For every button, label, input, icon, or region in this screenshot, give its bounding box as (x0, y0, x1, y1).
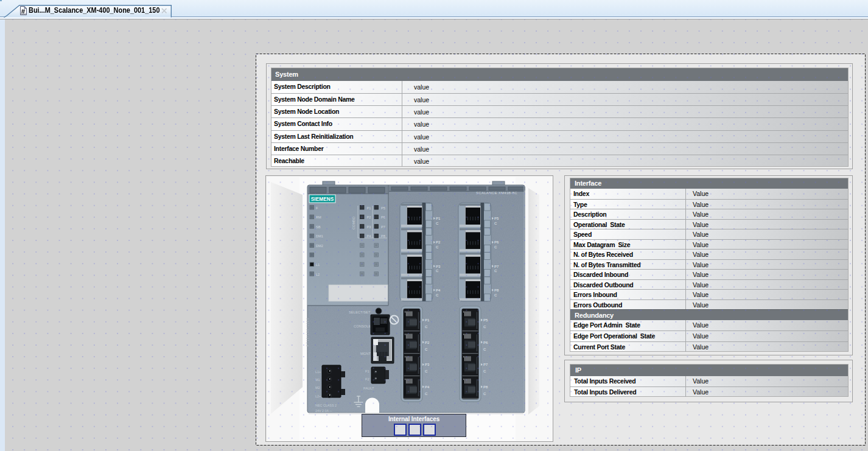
svg-text:SCALANCE XM438-8C: SCALANCE XM438-8C (476, 191, 517, 195)
svg-text:DM1: DM1 (316, 234, 323, 238)
svg-text:P1: P1 (367, 206, 371, 210)
svg-text:P5: P5 (483, 318, 488, 322)
svg-text:P1: P1 (425, 318, 430, 322)
svg-text:C: C (436, 222, 439, 225)
svg-text:C: C (425, 348, 428, 351)
svg-text:F1: F1 (365, 369, 369, 373)
svg-text:C: C (425, 325, 428, 329)
svg-text:P7: P7 (381, 225, 385, 229)
svg-text:P8: P8 (483, 385, 488, 389)
svg-text:C: C (483, 325, 486, 329)
svg-text:C: C (483, 392, 486, 396)
svg-text:M2: M2 (315, 386, 320, 390)
svg-text:P3: P3 (367, 225, 371, 229)
svg-text:P T 1 0 / 1 0 0 / 1 0 0 0: P T 1 0 / 1 0 0 / 1 0 0 0 (306, 318, 309, 346)
svg-text:L1+: L1+ (315, 370, 321, 374)
svg-text:COMBO: COMBO (352, 216, 355, 229)
svg-text:SIEMENS: SIEMENS (311, 197, 334, 202)
svg-text:P5: P5 (381, 206, 385, 210)
svg-text:P4: P4 (367, 234, 371, 238)
svg-text:C: C (483, 369, 486, 373)
svg-text:C: C (436, 245, 439, 249)
svg-text:SB: SB (316, 225, 321, 229)
svg-text:P6: P6 (494, 240, 499, 244)
svg-text:C: C (425, 392, 428, 396)
svg-text:F2: F2 (365, 377, 369, 381)
svg-text:P7: P7 (483, 363, 488, 366)
svg-text:P4: P4 (425, 385, 430, 389)
svg-text:P8: P8 (381, 234, 385, 238)
svg-text:P3: P3 (425, 363, 430, 366)
svg-text:24V 2.0A ⎓: 24V 2.0A ⎓ (315, 409, 332, 413)
svg-text:C: C (494, 293, 497, 297)
svg-text:F: F (316, 206, 318, 210)
svg-text:MGNT: MGNT (360, 352, 371, 355)
svg-text:P6: P6 (381, 215, 385, 219)
svg-text:C: C (483, 348, 486, 351)
svg-text:L1: L1 (316, 263, 320, 267)
svg-text:FAULT: FAULT (363, 386, 374, 390)
svg-text:P1: P1 (436, 217, 441, 220)
svg-text:CONSOLE: CONSOLE (354, 324, 371, 328)
svg-text:P8: P8 (494, 288, 499, 292)
svg-text:DM2: DM2 (316, 244, 323, 248)
svg-text:C: C (425, 369, 428, 373)
svg-text:M1: M1 (315, 378, 320, 382)
svg-text:C: C (494, 222, 497, 225)
svg-text:P5: P5 (494, 217, 499, 220)
svg-text:C: C (494, 245, 497, 249)
svg-text:L2+: L2+ (315, 394, 321, 398)
svg-text:P3: P3 (436, 265, 441, 268)
svg-text:P2: P2 (436, 240, 441, 244)
svg-text:SELECT/SET: SELECT/SET (349, 310, 371, 314)
svg-text:P7: P7 (494, 265, 499, 268)
svg-text:C: C (494, 269, 497, 273)
svg-text:P6: P6 (483, 341, 488, 344)
svg-text:C: C (436, 293, 439, 297)
svg-text:P2: P2 (425, 341, 430, 344)
svg-text:RM: RM (316, 215, 321, 219)
svg-text:P2: P2 (367, 215, 371, 219)
svg-text:NEC CLASS 2: NEC CLASS 2 (315, 404, 337, 407)
svg-text:P4: P4 (436, 288, 441, 292)
svg-text:L2: L2 (316, 273, 320, 276)
svg-text:C: C (436, 269, 439, 273)
